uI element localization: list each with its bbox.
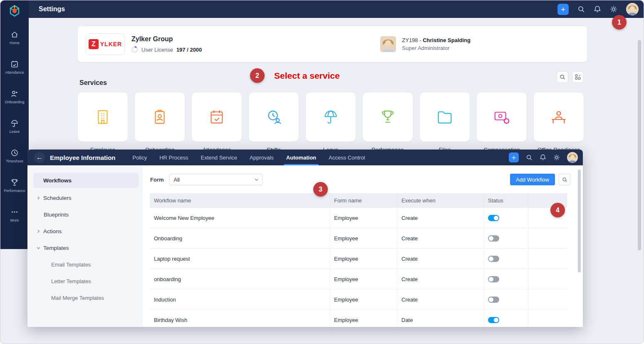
notifications-bell-icon[interactable] bbox=[594, 5, 601, 13]
execute-when-cell: Date bbox=[397, 310, 484, 327]
nav-item-email-templates[interactable]: Email Templates bbox=[27, 256, 143, 273]
workflow-search-button[interactable] bbox=[559, 174, 570, 185]
add-button[interactable]: + bbox=[509, 152, 519, 162]
tab-policy[interactable]: Policy bbox=[126, 150, 154, 165]
table-row[interactable]: Welcome New Employee Employee Create bbox=[150, 208, 567, 228]
service-card[interactable] bbox=[135, 92, 185, 142]
service-card[interactable] bbox=[192, 92, 242, 142]
sidebar-item-more[interactable]: More bbox=[0, 200, 29, 230]
form-filter-value: All bbox=[174, 177, 180, 183]
nav-item-schedulers[interactable]: Schedulers bbox=[27, 189, 143, 206]
subwindow-scrollbar[interactable] bbox=[578, 170, 581, 272]
nav-item-actions[interactable]: Actions bbox=[27, 223, 143, 239]
nav-item-letter-templates[interactable]: Letter Templates bbox=[27, 273, 143, 289]
status-cell bbox=[484, 249, 529, 269]
status-toggle[interactable] bbox=[488, 235, 499, 242]
service-card[interactable] bbox=[477, 92, 527, 142]
status-cell bbox=[484, 289, 529, 309]
form-name-cell: Employee bbox=[330, 249, 397, 269]
workflow-name-cell: Laptop request bbox=[150, 249, 330, 269]
tab-access-control[interactable]: Access Control bbox=[322, 150, 371, 165]
settings-gear-icon[interactable] bbox=[610, 5, 617, 13]
search-icon[interactable] bbox=[577, 5, 585, 13]
col-header-workflow-name: Workflow name bbox=[150, 193, 330, 208]
more-icon bbox=[10, 208, 19, 216]
status-toggle[interactable] bbox=[488, 256, 499, 262]
tab-extend-service[interactable]: Extend Service bbox=[195, 150, 243, 165]
org-name: Zylker Group bbox=[131, 35, 202, 43]
nav-item-mail-merge-templates[interactable]: Mail Merge Templates bbox=[27, 289, 143, 306]
service-card[interactable] bbox=[534, 92, 584, 142]
notifications-bell-icon[interactable] bbox=[540, 154, 546, 161]
topbar-actions: + bbox=[557, 3, 644, 15]
status-toggle[interactable] bbox=[488, 215, 499, 221]
table-row[interactable]: Birthday Wish Employee Date bbox=[150, 310, 567, 327]
sidebar-item-label: Onboarding bbox=[5, 100, 24, 104]
nav-item-templates[interactable]: Templates bbox=[27, 239, 143, 256]
execute-when-cell: Create bbox=[397, 289, 484, 309]
service-card[interactable] bbox=[306, 92, 356, 142]
page-title: Settings bbox=[39, 5, 65, 13]
sidebar-item-onboarding[interactable]: Onboarding bbox=[0, 82, 29, 112]
current-admin: ZY198 - Christine Spalding Super Adminis… bbox=[380, 36, 471, 52]
form-filter-select[interactable]: All bbox=[169, 174, 263, 185]
zoho-people-logo[interactable] bbox=[8, 5, 21, 17]
zylker-logo-mark: Z bbox=[89, 39, 99, 49]
sidebar-item-attendance[interactable]: Attendance bbox=[0, 52, 29, 82]
table-row[interactable]: Onboarding Employee Create bbox=[150, 228, 567, 249]
sidebar-item-performance[interactable]: Performance bbox=[0, 171, 29, 200]
timesheet-icon bbox=[10, 149, 19, 157]
workflows-panel: Form All Add Workflow Workflow name Form… bbox=[143, 165, 583, 327]
table-row[interactable]: Laptop request Employee Create bbox=[150, 249, 567, 269]
services-tools bbox=[557, 71, 584, 83]
table-row[interactable]: onboarding Employee Create bbox=[150, 269, 567, 289]
search-icon[interactable] bbox=[526, 154, 533, 161]
performance-icon bbox=[10, 178, 19, 187]
sidebar-item-home[interactable]: Home bbox=[0, 23, 29, 52]
tab-hr-process[interactable]: HR Process bbox=[153, 150, 194, 165]
sidebar-item-label: Timesheet bbox=[6, 159, 23, 163]
nav-label: Templates bbox=[43, 245, 69, 251]
performance-service-icon bbox=[378, 107, 397, 127]
customize-services-button[interactable] bbox=[572, 71, 584, 83]
subwindow-actions: + bbox=[509, 152, 583, 163]
status-toggle[interactable] bbox=[488, 297, 499, 303]
sidebar-item-timesheet[interactable]: Timesheet bbox=[0, 141, 29, 171]
row-actions-cell bbox=[529, 310, 567, 327]
tab-approvals[interactable]: Approvals bbox=[243, 150, 280, 165]
sidebar-item-leave[interactable]: Leave bbox=[0, 112, 29, 141]
home-icon bbox=[10, 30, 19, 39]
nav-item-workflows[interactable]: Workflows bbox=[33, 173, 139, 188]
page-scrollbar[interactable] bbox=[638, 40, 641, 250]
workflows-table: Workflow name Form name Execute when Sta… bbox=[150, 193, 567, 327]
row-actions-cell bbox=[529, 289, 567, 309]
service-card[interactable] bbox=[363, 92, 413, 142]
user-avatar[interactable] bbox=[626, 3, 639, 15]
settings-gear-icon[interactable] bbox=[553, 154, 560, 161]
back-arrow-icon[interactable]: ← bbox=[34, 152, 45, 163]
service-card[interactable] bbox=[78, 92, 128, 142]
chevron-right-icon bbox=[37, 229, 40, 233]
tab-automation[interactable]: Automation bbox=[280, 150, 322, 165]
service-card[interactable] bbox=[420, 92, 470, 142]
add-button[interactable]: + bbox=[557, 4, 569, 15]
add-workflow-button[interactable]: Add Workflow bbox=[510, 174, 555, 185]
status-cell bbox=[484, 208, 529, 228]
onboarding-service-icon bbox=[150, 107, 169, 127]
row-actions-cell bbox=[529, 228, 567, 248]
license-value: 197 / 2000 bbox=[176, 47, 202, 53]
admin-role: Super Administrator bbox=[402, 45, 471, 51]
user-avatar[interactable] bbox=[567, 152, 578, 163]
nav-item-blueprints[interactable]: Blueprints bbox=[27, 206, 143, 223]
subwindow-tabs: Policy HR Process Extend Service Approva… bbox=[126, 150, 372, 165]
status-toggle[interactable] bbox=[488, 317, 499, 323]
row-actions-cell bbox=[529, 249, 567, 269]
service-card[interactable] bbox=[249, 92, 299, 142]
table-row[interactable]: Induction Employee Create bbox=[150, 289, 567, 310]
app-window: Home Attendance Onboarding Leave Timeshe… bbox=[0, 0, 644, 344]
status-toggle[interactable] bbox=[488, 276, 499, 282]
sidebar-item-label: More bbox=[10, 218, 19, 222]
services-search-button[interactable] bbox=[557, 71, 568, 83]
annotation-step-3: 3 bbox=[313, 182, 328, 197]
workflows-toolbar: Form All Add Workflow bbox=[150, 174, 570, 185]
